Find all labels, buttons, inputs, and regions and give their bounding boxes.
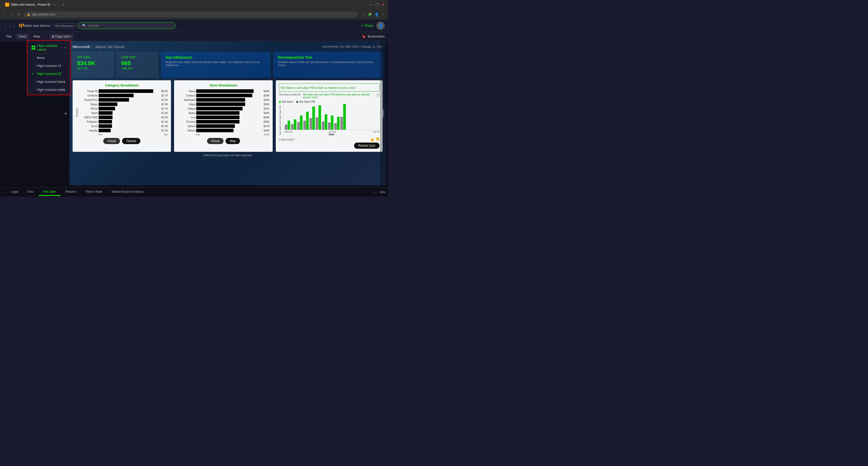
store-bar-row: Barba $30K: [177, 111, 269, 115]
workspace-badge[interactable]: Non-Business ▾: [53, 24, 78, 28]
browser-tab[interactable]: Sales and returns - Power BI ✕: [2, 1, 58, 9]
extension-icon[interactable]: 🧩: [367, 12, 372, 17]
legend-net-sales-label: Net Sales: [282, 100, 293, 103]
store-chart-title: Store Breakdown: [177, 84, 269, 87]
high-contrast-dropdown[interactable]: High-contrast colors ▾ None High-contras…: [27, 40, 71, 95]
profile-icon[interactable]: 👤: [374, 12, 379, 17]
reload-button[interactable]: ↻: [17, 12, 22, 17]
tabs-left-arrow[interactable]: ‹: [2, 190, 3, 194]
forward-button[interactable]: ›: [9, 12, 14, 17]
kpi-net-sales-label: Net Sales: [77, 55, 110, 59]
address-bar[interactable]: 🔒 app.powerbi.com: [24, 11, 358, 17]
title-divider: |: [51, 24, 52, 28]
hc-option-hc-white[interactable]: High-contrast white: [29, 86, 69, 94]
kpi-row: Net Sales $34.0K +67.7% -- Units Sold 66…: [72, 52, 383, 77]
store-bar-row: Pomum $30K: [177, 120, 269, 124]
trend-pm-bar: [328, 123, 331, 130]
trend-chart-title-box: Net Sales vs net sales PM by date as sta…: [279, 84, 379, 92]
trend-ns-bar: [306, 112, 309, 130]
kpi-units-value: 665: [121, 60, 154, 67]
cat-bar-fill: [99, 111, 113, 115]
kpi-net-sales-value: $34.0K: [77, 60, 110, 67]
menu-item-file[interactable]: File: [3, 33, 15, 39]
store-name: Alpine Ski House: [95, 44, 125, 49]
cat-bar-label: XBOX ONE: [80, 116, 98, 119]
restore-button[interactable]: ❐: [374, 2, 379, 7]
share-button[interactable]: ↗ Share: [361, 24, 373, 28]
app-grid-icon[interactable]: ⋮⋮⋮: [3, 23, 17, 29]
tab-close-icon[interactable]: ✕: [53, 3, 55, 6]
store-map-button[interactable]: Map: [225, 138, 240, 144]
page-tab-return-rate[interactable]: Return Rate: [82, 188, 106, 196]
hc-option-hc1[interactable]: High-contrast #1: [29, 62, 69, 70]
back-button[interactable]: ‹: [2, 12, 7, 17]
store-breakdown-panel: Store Breakdown Fama $40K Contoso $39K V…: [174, 80, 272, 152]
menu-item-help[interactable]: Help: [30, 33, 43, 39]
thumbdown-icon[interactable]: 👎: [375, 137, 379, 141]
hc-dropdown-header[interactable]: High-contrast colors ▾: [29, 42, 69, 54]
kpi-net-sales-change: +67.7%: [77, 67, 110, 70]
store-x-axis: $0K $50K: [177, 133, 269, 136]
trend-footer: Is this useful? 👍 👎: [279, 137, 379, 141]
store-bar-container: [196, 94, 261, 97]
cat-bar-fill: [99, 107, 115, 110]
search-box[interactable]: 🔍 Search: [78, 22, 176, 29]
store-visual-button[interactable]: Visual: [207, 138, 223, 144]
cat-bar-label: Power BI: [80, 90, 98, 93]
store-bar-fill: [196, 124, 235, 128]
page-tabs-list: LegalIntroNet SalesReturnsReturn RateMar…: [6, 188, 148, 196]
collapse-panel-icon[interactable]: «: [64, 111, 67, 116]
more-icon[interactable]: ···: [380, 12, 386, 17]
page-tab-net-sales[interactable]: Net Sales: [39, 188, 61, 196]
thumbup-icon[interactable]: 👍: [370, 137, 374, 141]
category-bar-row: Skype $2.0K: [80, 102, 168, 106]
trend-ns-bar: [337, 117, 340, 130]
cat-bar-container: [99, 120, 159, 124]
page-tab-intro[interactable]: Intro: [24, 188, 38, 196]
filters-panel[interactable]: Filters: [380, 41, 386, 185]
category-tabular-button[interactable]: Tabular: [122, 138, 140, 144]
category-visual-button[interactable]: Visual: [103, 138, 120, 144]
refresh-info: Last Refresh: Jun 30th, 2019 / Chicago, …: [322, 45, 383, 48]
hc-option-none[interactable]: None: [29, 54, 69, 62]
hc-option-hc2[interactable]: High-contrast #2: [29, 70, 69, 78]
tabs-right-arrow[interactable]: ›: [4, 190, 6, 194]
store-x-max: $50K: [264, 133, 270, 136]
showing-label: Showing results for: [279, 93, 301, 99]
store-bar-container: [196, 102, 261, 106]
minimize-button[interactable]: —: [368, 2, 373, 7]
user-profile-icon[interactable]: 👤: [376, 22, 385, 30]
info-icon[interactable]: ⓘ: [376, 93, 379, 99]
copyright-text: ©Microsoft Corporation. All rights reser…: [72, 154, 383, 157]
trend-pm-bar: [322, 122, 324, 130]
trend-pm-bar: [334, 123, 337, 130]
restart-quiz-button[interactable]: Restart Quiz: [354, 142, 379, 149]
page-tab-returns[interactable]: Returns: [62, 188, 81, 196]
menu-item-view[interactable]: View: [16, 33, 29, 39]
store-bar-label: VanArsdel: [177, 99, 195, 101]
trend-col-group: [328, 115, 334, 130]
trend-pm-bar: [297, 122, 300, 130]
zoom-slider[interactable]: ⸺: [374, 191, 376, 194]
share-label: Share: [364, 24, 373, 28]
key-influencers-desc: Analyzes your data, ranks the factors th…: [165, 61, 266, 67]
hc-option-hc-black[interactable]: High-contrast black: [29, 78, 69, 86]
cat-bar-value: $3.7K: [161, 94, 168, 97]
store-bar-fill: [196, 89, 254, 93]
cat-bar-container: [99, 115, 159, 119]
zoom-plus-button[interactable]: +: [377, 191, 379, 194]
close-button[interactable]: ✕: [380, 2, 386, 7]
page-tab-market-basket-analysis[interactable]: Market Basket Analysis: [107, 188, 148, 196]
page-view-label: Page view: [55, 35, 69, 38]
bookmark-star-icon[interactable]: ☆: [361, 12, 366, 17]
cat-bar-fill: [99, 124, 112, 128]
cat-bar-label: Skype: [80, 103, 98, 106]
window-controls: — ❐ ✕: [368, 2, 386, 7]
store-bar-value: $34K: [264, 99, 270, 101]
page-tab-legal[interactable]: Legal: [6, 188, 22, 196]
new-tab-button[interactable]: +: [60, 1, 67, 8]
page-view-button[interactable]: ⊞ Page view ▾: [50, 34, 74, 39]
zoom-minus-button[interactable]: −: [371, 191, 372, 194]
store-bar-label: Aliqui: [177, 103, 195, 106]
legend-net-sales-dot: [279, 101, 281, 103]
